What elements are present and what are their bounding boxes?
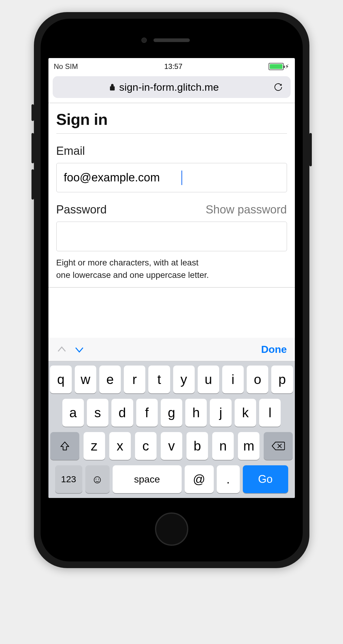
key-s[interactable]: s (87, 399, 108, 427)
address-bar[interactable]: sign-in-form.glitch.me (53, 76, 291, 98)
lock-icon (109, 83, 116, 91)
key-h[interactable]: h (185, 399, 207, 427)
battery-indicator: ⚡︎ (269, 63, 289, 70)
clock-label: 13:57 (164, 62, 182, 71)
front-camera (141, 37, 147, 43)
password-hint: Eight or more characters, with at least … (56, 257, 287, 281)
password-label: Password (56, 203, 107, 216)
key-b[interactable]: b (186, 432, 208, 460)
shift-key[interactable] (50, 432, 79, 460)
key-e[interactable]: e (99, 366, 121, 393)
key-k[interactable]: k (235, 399, 256, 427)
screen: No SIM 13:57 ⚡︎ sign-in-form.glitch.me (48, 58, 295, 498)
next-field-icon[interactable] (74, 344, 85, 355)
key-d[interactable]: d (111, 399, 133, 427)
charging-icon: ⚡︎ (285, 63, 289, 70)
url-text: sign-in-form.glitch.me (119, 81, 219, 93)
on-screen-keyboard: qwertyuiop asdfghjkl zxcvbnm 123 ☺ space… (48, 361, 295, 498)
key-y[interactable]: y (173, 366, 195, 393)
key-o[interactable]: o (247, 366, 268, 393)
key-v[interactable]: v (161, 432, 182, 460)
mute-switch (31, 104, 34, 121)
key-u[interactable]: u (198, 366, 219, 393)
browser-chrome: sign-in-form.glitch.me (48, 74, 295, 103)
key-x[interactable]: x (109, 432, 131, 460)
key-z[interactable]: z (84, 432, 105, 460)
key-l[interactable]: l (259, 399, 281, 427)
space-key[interactable]: space (113, 465, 182, 493)
key-c[interactable]: c (135, 432, 157, 460)
key-n[interactable]: n (212, 432, 234, 460)
reload-icon[interactable] (273, 82, 283, 92)
battery-icon (269, 63, 284, 70)
page-content: Sign in Email Password Show password Eig… (48, 103, 295, 287)
emoji-key[interactable]: ☺ (85, 465, 110, 493)
volume-up-button (31, 133, 34, 163)
key-i[interactable]: i (222, 366, 244, 393)
dot-key[interactable]: . (217, 465, 240, 493)
email-label: Email (56, 145, 287, 158)
key-r[interactable]: r (124, 366, 145, 393)
at-key[interactable]: @ (185, 465, 214, 493)
key-t[interactable]: t (148, 366, 170, 393)
email-field[interactable] (56, 163, 287, 192)
home-button[interactable] (155, 512, 188, 546)
phone-bezel: No SIM 13:57 ⚡︎ sign-in-form.glitch.me (41, 19, 303, 561)
previous-field-icon (56, 344, 67, 355)
carrier-label: No SIM (54, 62, 78, 71)
key-g[interactable]: g (161, 399, 182, 427)
go-key[interactable]: Go (243, 465, 288, 493)
show-password-toggle[interactable]: Show password (206, 203, 287, 216)
key-f[interactable]: f (136, 399, 158, 427)
key-w[interactable]: w (75, 366, 96, 393)
content-spacer (48, 287, 295, 338)
numeric-mode-key[interactable]: 123 (55, 465, 82, 493)
text-cursor (181, 171, 182, 185)
keyboard-accessory-bar: Done (48, 338, 295, 361)
key-a[interactable]: a (62, 399, 84, 427)
earpiece-speaker (153, 38, 190, 42)
volume-down-button (31, 169, 34, 200)
key-m[interactable]: m (238, 432, 259, 460)
power-button (309, 133, 312, 166)
key-q[interactable]: q (50, 366, 71, 393)
done-button[interactable]: Done (261, 343, 287, 355)
iphone-device-frame: No SIM 13:57 ⚡︎ sign-in-form.glitch.me (34, 12, 309, 568)
page-title: Sign in (56, 110, 287, 134)
password-field[interactable] (56, 222, 287, 251)
status-bar: No SIM 13:57 ⚡︎ (48, 58, 295, 74)
key-p[interactable]: p (271, 366, 293, 393)
key-j[interactable]: j (210, 399, 231, 427)
backspace-key[interactable] (264, 432, 293, 460)
